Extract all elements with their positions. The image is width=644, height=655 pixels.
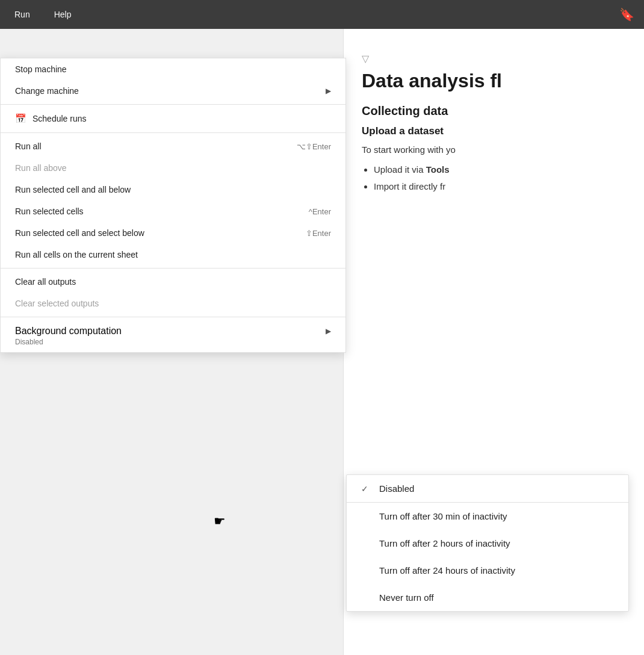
clear-all-outputs-item[interactable]: Clear all outputs (1, 271, 345, 293)
bg-2hours-item[interactable]: Turn off after 2 hours of inactivity (347, 530, 628, 557)
bg-2hours-label: Turn off after 2 hours of inactivity (379, 538, 510, 548)
bg-30min-label: Turn off after 30 min of inactivity (379, 511, 507, 521)
run-selected-all-below-item[interactable]: Run selected cell and all below (1, 179, 345, 200)
bg-24hours-label: Turn off after 24 hours of inactivity (379, 565, 515, 576)
clear-all-outputs-label: Clear all outputs (15, 277, 76, 287)
bg-never-item[interactable]: Never turn off (347, 584, 628, 611)
separator-2 (1, 132, 345, 133)
calendar-icon: 📅 (15, 113, 26, 124)
run-selected-all-below-label: Run selected cell and all below (15, 185, 131, 194)
run-all-shortcut: ⌥⇧Enter (297, 142, 331, 151)
bg-30min-item[interactable]: Turn off after 30 min of inactivity (347, 503, 628, 530)
bg-computation-label: Background computation (15, 326, 122, 337)
bg-submenu: ✓ Disabled Turn off after 30 min of inac… (346, 474, 629, 612)
schedule-runs-item[interactable]: 📅 Schedule runs (1, 107, 345, 130)
separator-3 (1, 268, 345, 269)
run-all-label: Run all (15, 141, 42, 151)
bg-computation-header: Background computation ▶ (15, 326, 331, 337)
bg-computation-arrow: ▶ (326, 327, 331, 335)
run-all-above-item: Run all above (1, 157, 345, 179)
change-machine-arrow: ▶ (326, 87, 331, 95)
tools-bold: Tools (426, 164, 450, 175)
run-selected-cells-label: Run selected cells (15, 206, 84, 216)
run-selected-select-below-label: Run selected cell and select below (15, 228, 144, 238)
bg-24hours-item[interactable]: Turn off after 24 hours of inactivity (347, 557, 628, 584)
run-all-current-sheet-item[interactable]: Run all cells on the current sheet (1, 244, 345, 265)
run-selected-cells-item[interactable]: Run selected cells ^Enter (1, 200, 345, 222)
bg-disabled-item[interactable]: ✓ Disabled (347, 475, 628, 502)
run-all-current-sheet-label: Run all cells on the current sheet (15, 250, 138, 259)
run-menu-item[interactable]: Run (10, 7, 35, 22)
menubar: Run Help 🔖 (0, 0, 644, 29)
upload-list: Upload it via Tools Import it directly f… (374, 163, 626, 194)
intro-text: To start working with yo (362, 143, 626, 157)
separator-4 (1, 317, 345, 317)
bg-never-label: Never turn off (379, 592, 434, 603)
run-all-item[interactable]: Run all ⌥⇧Enter (1, 135, 345, 157)
list-item-1: Upload it via Tools (374, 163, 626, 177)
clear-selected-outputs-label: Clear selected outputs (15, 299, 99, 308)
separator-1 (1, 104, 345, 105)
run-selected-select-below-item[interactable]: Run selected cell and select below ⇧Ente… (1, 222, 345, 244)
run-selected-cells-shortcut: ^Enter (309, 207, 331, 216)
bg-computation-sublabel: Disabled (15, 338, 331, 346)
change-machine-label: Change machine (15, 86, 79, 96)
bg-disabled-label: Disabled (379, 483, 414, 494)
run-all-above-label: Run all above (15, 163, 67, 173)
subsection-title: Upload a dataset (362, 125, 626, 137)
stop-machine-label: Stop machine (15, 64, 67, 74)
cursor: ☛ (214, 514, 226, 529)
notebook-icon: ▽ (362, 53, 626, 64)
change-machine-item[interactable]: Change machine ▶ (1, 80, 345, 102)
schedule-runs-label: Schedule runs (33, 114, 87, 123)
run-selected-select-below-shortcut: ⇧Enter (306, 229, 331, 238)
notebook-title: Data analysis fl (362, 69, 626, 92)
checkmark-icon: ✓ (361, 484, 373, 494)
list-item-2: Import it directly fr (374, 180, 626, 194)
bookmark-icon[interactable]: 🔖 (619, 7, 634, 22)
background-computation-item[interactable]: Background computation ▶ Disabled (1, 320, 345, 352)
stop-machine-item[interactable]: Stop machine (1, 58, 345, 80)
main-area: ✕ ▽ Data analysis fl Collecting data Upl… (0, 29, 644, 655)
clear-selected-outputs-item: Clear selected outputs (1, 293, 345, 314)
run-menu-dropdown: Stop machine Change machine ▶ 📅 Schedule… (0, 58, 346, 353)
section-title: Collecting data (362, 104, 626, 118)
help-menu-item[interactable]: Help (49, 7, 76, 22)
